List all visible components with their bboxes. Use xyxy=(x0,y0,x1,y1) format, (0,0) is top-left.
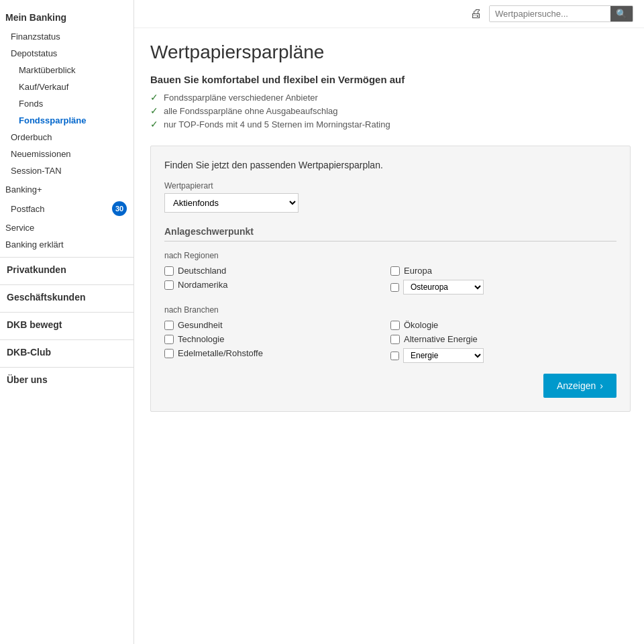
sidebar-item-service[interactable]: Service xyxy=(0,219,133,236)
branchen-grid: Gesundheit Technologie Edelmetalle/Rohst… xyxy=(164,320,616,363)
checkbox-energie-input[interactable] xyxy=(390,352,399,360)
anlageschwerpunkt-section: Anlageschwerpunkt nach Regionen Deutschl… xyxy=(164,226,616,363)
sidebar-item-dkb-bewegt[interactable]: DKB bewegt xyxy=(0,312,133,335)
sidebar-item-fonds[interactable]: Fonds xyxy=(0,95,133,112)
checkbox-alternative-energie-label: Alternative Energie xyxy=(404,334,478,344)
nach-branchen-label: nach Branchen xyxy=(164,305,616,315)
anzeigen-row: Anzeigen › xyxy=(164,374,616,398)
sidebar-item-depotstatus[interactable]: Depotstatus xyxy=(0,45,133,62)
check-icon-3: ✓ xyxy=(150,119,158,129)
sidebar-item-uber-uns[interactable]: Über uns xyxy=(0,367,133,390)
checkbox-osteuropa: Osteuropa Russland xyxy=(390,280,616,294)
checkbox-gesundheit-input[interactable] xyxy=(164,321,174,330)
search-box: 🔍 xyxy=(489,5,633,22)
checkbox-edelmetalle-input[interactable] xyxy=(164,349,174,358)
sidebar-item-banking-erklaert[interactable]: Banking erklärt xyxy=(0,236,133,253)
search-input[interactable] xyxy=(490,6,610,21)
checkbox-energie: Energie Solar xyxy=(390,348,616,363)
checkbox-okologie-input[interactable] xyxy=(390,321,400,330)
main-content: 🖨 🔍 Wertpapiersparpläne Bauen Sie komfor… xyxy=(134,0,644,644)
sidebar-item-postfach[interactable]: Postfach 30 xyxy=(0,198,133,219)
regionen-left: Deutschland Nordamerika xyxy=(164,266,390,294)
checkbox-alternative-energie: Alternative Energie xyxy=(390,334,616,344)
checkbox-deutschland-label: Deutschland xyxy=(178,266,226,276)
page-subtitle: Bauen Sie komfortabel und flexibel ein V… xyxy=(150,74,631,85)
checkbox-nordamerika-label: Nordamerika xyxy=(178,280,227,290)
check-icon-2: ✓ xyxy=(150,105,158,116)
sidebar-item-privatkunden[interactable]: Privatkunden xyxy=(0,257,133,280)
sidebar-item-kauf-verkauf[interactable]: Kauf/Verkauf xyxy=(0,78,133,95)
energie-select[interactable]: Energie Solar xyxy=(403,348,484,363)
print-icon[interactable]: 🖨 xyxy=(470,7,482,21)
checklist-item-3: ✓ nur TOP-Fonds mit 4 und 5 Sternen im M… xyxy=(150,119,631,129)
wertpapierart-select[interactable]: Aktienfonds Rentenfonds Mischfonds xyxy=(164,193,299,213)
sidebar-item-marktuberblick[interactable]: Marktüberblick xyxy=(0,62,133,78)
sidebar-item-orderbuch[interactable]: Orderbuch xyxy=(0,129,133,146)
page-content: Wertpapiersparpläne Bauen Sie komfortabe… xyxy=(134,28,644,425)
checkbox-alternative-energie-input[interactable] xyxy=(390,335,400,344)
checkbox-deutschland-input[interactable] xyxy=(164,266,174,276)
branchen-left: Gesundheit Technologie Edelmetalle/Rohst… xyxy=(164,320,390,363)
search-button[interactable]: 🔍 xyxy=(610,6,633,21)
checkbox-technologie: Technologie xyxy=(164,334,390,344)
chevron-right-icon: › xyxy=(600,380,603,391)
anlageschwerpunkt-header: Anlageschwerpunkt xyxy=(164,226,616,241)
sidebar-item-neuemissionen[interactable]: Neuemissionen xyxy=(0,146,133,162)
sidebar-item-finanzstatus[interactable]: Finanzstatus xyxy=(0,28,133,45)
checkbox-edelmetalle-label: Edelmetalle/Rohstoffe xyxy=(178,348,263,358)
sidebar: Mein Banking Finanzstatus Depotstatus Ma… xyxy=(0,0,134,644)
checkbox-europa-label: Europa xyxy=(404,266,432,276)
sidebar-item-banking-plus[interactable]: Banking+ xyxy=(0,179,133,198)
nach-regionen-label: nach Regionen xyxy=(164,251,616,260)
anzeigen-button[interactable]: Anzeigen › xyxy=(543,374,616,398)
regionen-grid: Deutschland Nordamerika Europa xyxy=(164,266,616,294)
checkbox-technologie-input[interactable] xyxy=(164,335,174,344)
osteuropa-select[interactable]: Osteuropa Russland xyxy=(403,280,484,294)
sidebar-main-item[interactable]: Mein Banking xyxy=(0,7,133,28)
sidebar-item-fondssparpläne[interactable]: Fondssparpläne xyxy=(0,112,133,129)
filter-intro: Finden Sie jetzt den passenden Wertpapie… xyxy=(164,160,616,170)
checkbox-okologie-label: Ökologie xyxy=(404,320,438,330)
feature-checklist: ✓ Fondssparpläne verschiedener Anbieter … xyxy=(150,92,631,129)
search-icon: 🔍 xyxy=(616,9,627,19)
wertpapierart-label: Wertpapierart xyxy=(164,181,616,191)
wertpapierart-group: Wertpapierart Aktienfonds Rentenfonds Mi… xyxy=(164,181,616,213)
checkbox-osteuropa-input[interactable] xyxy=(390,283,399,292)
postfach-badge: 30 xyxy=(112,201,127,216)
sidebar-item-dkb-club[interactable]: DKB-Club xyxy=(0,339,133,363)
page-title: Wertpapiersparpläne xyxy=(150,42,631,63)
checkbox-gesundheit: Gesundheit xyxy=(164,320,390,330)
branchen-right: Ökologie Alternative Energie Energie xyxy=(390,320,616,363)
checkbox-edelmetalle: Edelmetalle/Rohstoffe xyxy=(164,348,390,358)
checkbox-nordamerika-input[interactable] xyxy=(164,280,174,290)
checklist-item-1: ✓ Fondssparpläne verschiedener Anbieter xyxy=(150,92,631,103)
check-icon-1: ✓ xyxy=(150,92,158,103)
regionen-right: Europa Osteuropa Russland xyxy=(390,266,616,294)
topbar: 🖨 🔍 xyxy=(134,0,644,28)
filter-box: Finden Sie jetzt den passenden Wertpapie… xyxy=(150,146,631,412)
checkbox-okologie: Ökologie xyxy=(390,320,616,330)
checkbox-technologie-label: Technologie xyxy=(178,334,224,344)
checkbox-nordamerika: Nordamerika xyxy=(164,280,390,290)
checkbox-gesundheit-label: Gesundheit xyxy=(178,320,223,330)
sidebar-item-geschaftskunden[interactable]: Geschäftskunden xyxy=(0,284,133,308)
checkbox-deutschland: Deutschland xyxy=(164,266,390,276)
sidebar-item-session-tan[interactable]: Session-TAN xyxy=(0,162,133,179)
checkbox-europa-input[interactable] xyxy=(390,266,400,276)
checklist-item-2: ✓ alle Fondssparpläne ohne Ausgabeaufsch… xyxy=(150,105,631,116)
checkbox-europa: Europa xyxy=(390,266,616,276)
